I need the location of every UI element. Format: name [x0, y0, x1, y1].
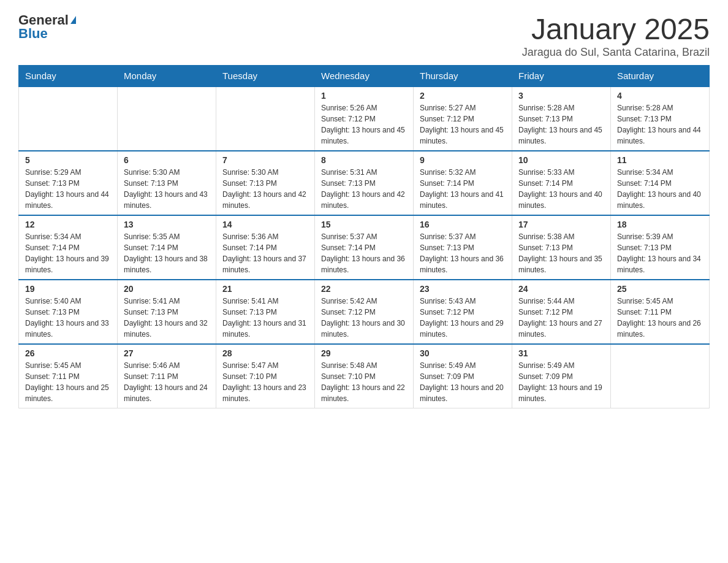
- calendar-cell: [118, 86, 216, 151]
- day-info: Sunrise: 5:37 AM Sunset: 7:14 PM Dayligh…: [321, 231, 407, 275]
- calendar-cell: 5Sunrise: 5:29 AM Sunset: 7:13 PM Daylig…: [19, 151, 118, 215]
- day-number: 30: [420, 348, 506, 358]
- day-number: 13: [124, 220, 210, 229]
- calendar-week-row: 12Sunrise: 5:34 AM Sunset: 7:14 PM Dayli…: [19, 215, 710, 280]
- calendar-cell: 27Sunrise: 5:46 AM Sunset: 7:11 PM Dayli…: [118, 344, 216, 408]
- logo-triangle-icon: [70, 16, 76, 24]
- day-info: Sunrise: 5:49 AM Sunset: 7:09 PM Dayligh…: [420, 360, 506, 404]
- calendar-cell: 8Sunrise: 5:31 AM Sunset: 7:13 PM Daylig…: [315, 151, 414, 215]
- day-number: 8: [321, 155, 407, 165]
- day-number: 25: [617, 284, 703, 294]
- header-monday: Monday: [118, 66, 216, 87]
- day-number: 17: [518, 220, 604, 229]
- day-info: Sunrise: 5:33 AM Sunset: 7:14 PM Dayligh…: [518, 167, 604, 211]
- day-info: Sunrise: 5:43 AM Sunset: 7:12 PM Dayligh…: [420, 296, 506, 340]
- day-info: Sunrise: 5:27 AM Sunset: 7:12 PM Dayligh…: [420, 102, 506, 147]
- day-number: 4: [617, 91, 703, 101]
- day-number: 14: [222, 220, 308, 229]
- day-info: Sunrise: 5:34 AM Sunset: 7:14 PM Dayligh…: [617, 167, 703, 211]
- calendar-cell: 26Sunrise: 5:45 AM Sunset: 7:11 PM Dayli…: [19, 344, 118, 408]
- logo: General Blue: [18, 12, 76, 42]
- day-info: Sunrise: 5:42 AM Sunset: 7:12 PM Dayligh…: [321, 296, 407, 340]
- day-number: 10: [518, 155, 604, 165]
- day-number: 27: [124, 348, 210, 358]
- day-info: Sunrise: 5:41 AM Sunset: 7:13 PM Dayligh…: [124, 296, 210, 340]
- calendar-cell: [611, 344, 710, 408]
- day-number: 18: [617, 220, 703, 229]
- header-thursday: Thursday: [414, 66, 512, 87]
- day-info: Sunrise: 5:28 AM Sunset: 7:13 PM Dayligh…: [518, 102, 604, 147]
- calendar-cell: 6Sunrise: 5:30 AM Sunset: 7:13 PM Daylig…: [118, 151, 216, 215]
- calendar-cell: 13Sunrise: 5:35 AM Sunset: 7:14 PM Dayli…: [118, 215, 216, 280]
- title-block: January 2025 Jaragua do Sul, Santa Catar…: [522, 12, 710, 59]
- day-number: 22: [321, 284, 407, 294]
- page-header: General Blue January 2025 Jaragua do Sul…: [18, 12, 710, 59]
- calendar-title: January 2025: [522, 12, 710, 46]
- calendar-cell: 16Sunrise: 5:37 AM Sunset: 7:13 PM Dayli…: [414, 215, 512, 280]
- day-number: 19: [25, 284, 111, 294]
- day-info: Sunrise: 5:30 AM Sunset: 7:13 PM Dayligh…: [124, 167, 210, 211]
- day-number: 24: [518, 284, 604, 294]
- day-info: Sunrise: 5:46 AM Sunset: 7:11 PM Dayligh…: [124, 360, 210, 404]
- day-number: 15: [321, 220, 407, 229]
- calendar-cell: 19Sunrise: 5:40 AM Sunset: 7:13 PM Dayli…: [19, 280, 118, 344]
- day-number: 2: [420, 91, 506, 101]
- day-number: 12: [25, 220, 111, 229]
- day-info: Sunrise: 5:45 AM Sunset: 7:11 PM Dayligh…: [617, 296, 703, 340]
- day-number: 1: [321, 91, 407, 101]
- calendar-cell: 11Sunrise: 5:34 AM Sunset: 7:14 PM Dayli…: [611, 151, 710, 215]
- calendar-cell: 22Sunrise: 5:42 AM Sunset: 7:12 PM Dayli…: [315, 280, 414, 344]
- day-info: Sunrise: 5:26 AM Sunset: 7:12 PM Dayligh…: [321, 102, 407, 147]
- calendar-cell: 14Sunrise: 5:36 AM Sunset: 7:14 PM Dayli…: [216, 215, 315, 280]
- calendar-week-row: 26Sunrise: 5:45 AM Sunset: 7:11 PM Dayli…: [19, 344, 710, 408]
- day-info: Sunrise: 5:30 AM Sunset: 7:13 PM Dayligh…: [222, 167, 308, 211]
- calendar-subtitle: Jaragua do Sul, Santa Catarina, Brazil: [522, 46, 710, 59]
- day-number: 20: [124, 284, 210, 294]
- day-info: Sunrise: 5:48 AM Sunset: 7:10 PM Dayligh…: [321, 360, 407, 404]
- calendar-cell: 24Sunrise: 5:44 AM Sunset: 7:12 PM Dayli…: [512, 280, 611, 344]
- calendar-cell: 31Sunrise: 5:49 AM Sunset: 7:09 PM Dayli…: [512, 344, 611, 408]
- day-number: 6: [124, 155, 210, 165]
- calendar-cell: [19, 86, 118, 151]
- calendar-cell: 20Sunrise: 5:41 AM Sunset: 7:13 PM Dayli…: [118, 280, 216, 344]
- day-number: 21: [222, 284, 308, 294]
- calendar-week-row: 1Sunrise: 5:26 AM Sunset: 7:12 PM Daylig…: [19, 86, 710, 151]
- header-wednesday: Wednesday: [315, 66, 414, 87]
- calendar-cell: 12Sunrise: 5:34 AM Sunset: 7:14 PM Dayli…: [19, 215, 118, 280]
- day-number: 23: [420, 284, 506, 294]
- day-number: 5: [25, 155, 111, 165]
- calendar-cell: 30Sunrise: 5:49 AM Sunset: 7:09 PM Dayli…: [414, 344, 512, 408]
- logo-text-blue: Blue: [18, 26, 48, 42]
- header-saturday: Saturday: [611, 66, 710, 87]
- day-info: Sunrise: 5:39 AM Sunset: 7:13 PM Dayligh…: [617, 231, 703, 275]
- calendar-week-row: 5Sunrise: 5:29 AM Sunset: 7:13 PM Daylig…: [19, 151, 710, 215]
- day-info: Sunrise: 5:44 AM Sunset: 7:12 PM Dayligh…: [518, 296, 604, 340]
- day-info: Sunrise: 5:28 AM Sunset: 7:13 PM Dayligh…: [617, 102, 703, 147]
- day-info: Sunrise: 5:37 AM Sunset: 7:13 PM Dayligh…: [420, 231, 506, 275]
- calendar-cell: 15Sunrise: 5:37 AM Sunset: 7:14 PM Dayli…: [315, 215, 414, 280]
- calendar-cell: 3Sunrise: 5:28 AM Sunset: 7:13 PM Daylig…: [512, 86, 611, 151]
- calendar-cell: [216, 86, 315, 151]
- header-sunday: Sunday: [19, 66, 118, 87]
- calendar-week-row: 19Sunrise: 5:40 AM Sunset: 7:13 PM Dayli…: [19, 280, 710, 344]
- day-info: Sunrise: 5:38 AM Sunset: 7:13 PM Dayligh…: [518, 231, 604, 275]
- day-number: 3: [518, 91, 604, 101]
- day-info: Sunrise: 5:34 AM Sunset: 7:14 PM Dayligh…: [25, 231, 111, 275]
- calendar-cell: 18Sunrise: 5:39 AM Sunset: 7:13 PM Dayli…: [611, 215, 710, 280]
- day-number: 31: [518, 348, 604, 358]
- calendar-cell: 1Sunrise: 5:26 AM Sunset: 7:12 PM Daylig…: [315, 86, 414, 151]
- day-number: 7: [222, 155, 308, 165]
- day-number: 29: [321, 348, 407, 358]
- day-number: 28: [222, 348, 308, 358]
- calendar-header-row: SundayMondayTuesdayWednesdayThursdayFrid…: [19, 66, 710, 87]
- calendar-cell: 21Sunrise: 5:41 AM Sunset: 7:13 PM Dayli…: [216, 280, 315, 344]
- day-number: 9: [420, 155, 506, 165]
- day-number: 26: [25, 348, 111, 358]
- day-info: Sunrise: 5:32 AM Sunset: 7:14 PM Dayligh…: [420, 167, 506, 211]
- calendar-cell: 23Sunrise: 5:43 AM Sunset: 7:12 PM Dayli…: [414, 280, 512, 344]
- calendar-cell: 25Sunrise: 5:45 AM Sunset: 7:11 PM Dayli…: [611, 280, 710, 344]
- day-info: Sunrise: 5:36 AM Sunset: 7:14 PM Dayligh…: [222, 231, 308, 275]
- day-info: Sunrise: 5:31 AM Sunset: 7:13 PM Dayligh…: [321, 167, 407, 211]
- day-number: 11: [617, 155, 703, 165]
- calendar-cell: 7Sunrise: 5:30 AM Sunset: 7:13 PM Daylig…: [216, 151, 315, 215]
